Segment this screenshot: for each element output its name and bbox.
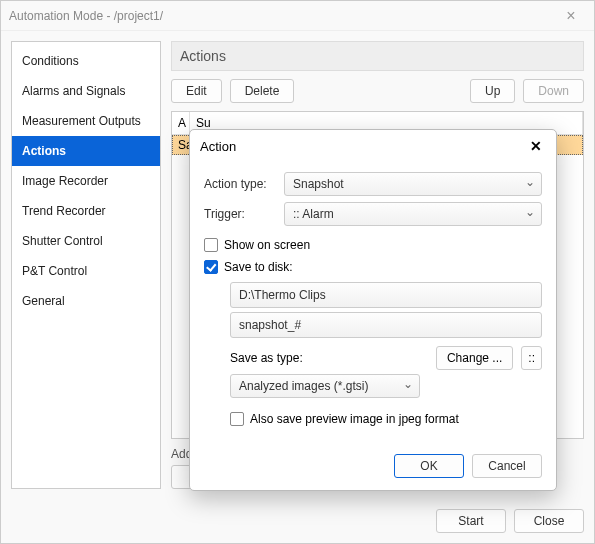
trigger-select[interactable]: :: Alarm [284,202,542,226]
save-as-type-select[interactable]: Analyzed images (*.gtsi) [230,374,420,398]
sidebar-item-conditions[interactable]: Conditions [12,46,160,76]
sidebar-item-pt-control[interactable]: P&T Control [12,256,160,286]
dialog-footer: OK Cancel [190,444,556,490]
filename-input[interactable]: snapshot_# [230,312,542,338]
cancel-button[interactable]: Cancel [472,454,542,478]
edit-button[interactable]: Edit [171,79,222,103]
action-type-select[interactable]: Snapshot [284,172,542,196]
sidebar-item-shutter[interactable]: Shutter Control [12,226,160,256]
dialog-body: Action type: Snapshot Trigger: :: Alarm … [190,162,556,444]
also-jpeg-label: Also save preview image in jpeg format [250,412,459,426]
panel-title: Actions [171,41,584,71]
toolbar: Edit Delete Up Down [171,79,584,103]
col-active[interactable]: A [172,112,190,134]
save-to-disk-group: D:\Thermo Clips snapshot_# Save as type:… [230,282,542,426]
dialog-title: Action [200,139,526,154]
titlebar: Automation Mode - /project1/ × [1,1,594,31]
sidebar-item-actions[interactable]: Actions [12,136,160,166]
close-icon[interactable]: × [556,7,586,25]
save-as-type-label: Save as type: [230,351,428,365]
action-type-label: Action type: [204,177,284,191]
sequence-button[interactable]: :: [521,346,542,370]
sidebar-item-measurement[interactable]: Measurement Outputs [12,106,160,136]
window-footer: Start Close [1,499,594,543]
trigger-label: Trigger: [204,207,284,221]
sidebar-item-trend-recorder[interactable]: Trend Recorder [12,196,160,226]
show-on-screen-label: Show on screen [224,238,310,252]
show-on-screen-checkbox[interactable] [204,238,218,252]
start-button[interactable]: Start [436,509,506,533]
sidebar-item-general[interactable]: General [12,286,160,316]
save-to-disk-label: Save to disk: [224,260,293,274]
dialog-titlebar: Action ✕ [190,130,556,162]
change-button[interactable]: Change ... [436,346,513,370]
save-path-input[interactable]: D:\Thermo Clips [230,282,542,308]
window-body: Conditions Alarms and Signals Measuremen… [1,31,594,499]
down-button[interactable]: Down [523,79,584,103]
also-jpeg-checkbox[interactable] [230,412,244,426]
main-window: Automation Mode - /project1/ × Condition… [0,0,595,544]
sidebar-item-image-recorder[interactable]: Image Recorder [12,166,160,196]
delete-button[interactable]: Delete [230,79,295,103]
sidebar: Conditions Alarms and Signals Measuremen… [11,41,161,489]
close-button[interactable]: Close [514,509,584,533]
ok-button[interactable]: OK [394,454,464,478]
sidebar-item-alarms[interactable]: Alarms and Signals [12,76,160,106]
dialog-close-icon[interactable]: ✕ [526,138,546,154]
window-title: Automation Mode - /project1/ [9,9,556,23]
up-button[interactable]: Up [470,79,515,103]
action-dialog: Action ✕ Action type: Snapshot Trigger: … [189,129,557,491]
save-to-disk-checkbox[interactable] [204,260,218,274]
